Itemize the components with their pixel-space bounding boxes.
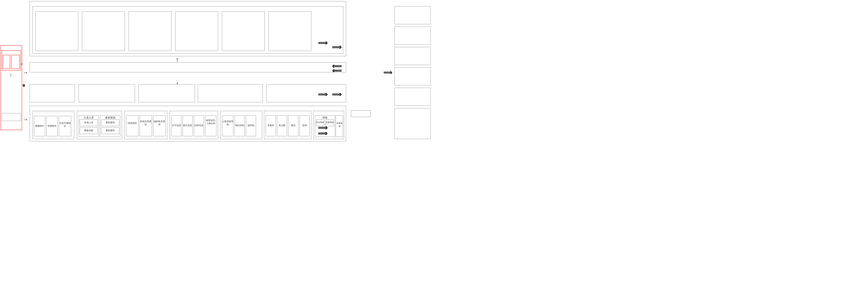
ai-box [395,67,431,85]
sp-label4: 促销 [300,124,310,127]
dbl-arrow-user-right: ⟹ [318,39,328,47]
down-arrow-left: ↓ [10,73,12,77]
vp-label1: 码流选择 [126,122,138,125]
video-create-label2: 音频制作 [46,124,58,127]
vp-label2: 码流关系维护 [140,120,152,126]
phone-app-box [35,11,78,51]
multilang-translate-box [2,113,21,121]
live-record-box [395,88,431,106]
edit-label4: 标签信息-三级分类 [205,119,216,125]
up-arrow-backend-frontend: ↑ [176,57,179,63]
ad-box [395,47,431,65]
sp-label1: 专题页 [266,124,276,127]
tv-app-box [269,11,311,51]
dbl-arrow-backend-left2: ⟸ [332,67,342,74]
dbl-arrow-service-left: ⟸ [332,91,342,98]
quality-detect-label: 质量检测 [336,122,343,128]
local-upload-label: 本地上传 [80,121,98,124]
pb-label1: 上线流程控制 [222,120,234,126]
sp-label3: 商品 [288,124,299,127]
sp-label2: 焦点图 [277,124,287,127]
arrow-to-main-1: → [23,69,28,75]
video-create-label1: 视频制作 [34,124,45,127]
pad-app-box [82,11,125,51]
arrow-to-main-2: → [23,116,28,122]
backend-section [30,62,346,73]
ellipsis-box [198,84,263,103]
member-box [138,84,195,103]
pb-label3: 端控制 [246,124,256,127]
dbl-arrow-user-left: ⟸ [332,44,342,51]
vp-label3: 编码状态查询 [153,120,165,126]
edit-label3: 内容信息 [194,124,204,127]
task-management-box [3,55,10,69]
edit-label2: 图片信息 [183,124,193,127]
pb-label2: 地区控制 [235,124,245,127]
safety-review-label: 安全审核 [316,121,324,124]
bi-box [79,84,135,103]
netdisk-upload-label: 网盘传输 [80,129,98,132]
material-preview-label: 素材预览 [101,129,119,132]
bs-ellipsis-box [395,108,431,139]
dbl-arrow-service-right: ⟹ [318,91,328,98]
decode-box [395,27,431,45]
result-arrow-right: → [19,62,24,66]
quality-review-label: 质量审核 [326,121,334,124]
pca-box [175,11,218,51]
cloud-to-basic-arrow: ⟸ [383,69,392,76]
dbl-arrow-video-left: ⟸ [318,130,328,137]
data-dots-box [351,110,371,117]
vp-item1 [126,115,138,136]
ad-system-box [30,84,75,103]
video-create-label3: 外挂字幕制作 [59,122,71,128]
crm-box [395,6,431,24]
h5-box [222,11,265,51]
pcw-box [129,11,172,51]
video-creation-title [32,111,74,112]
material-show-label: 素材展现 [101,121,119,124]
main-layout: ↓ → → 多语言数据 ↑ ↑ [0,0,434,143]
result-presentation-box [11,55,20,69]
edit-label1: 文字信息 [171,124,181,127]
